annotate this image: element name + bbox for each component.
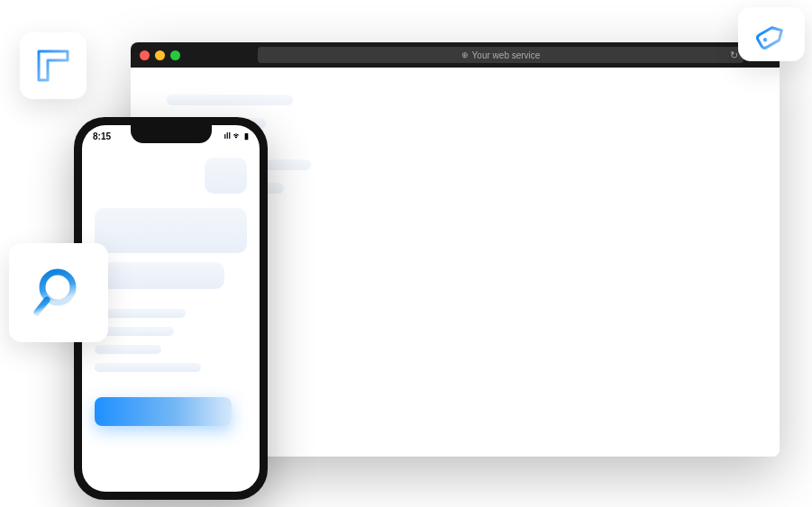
address-bar[interactable]: ⊕ Your web service ↻ — [258, 47, 744, 63]
wifi-icon: ᯤ — [233, 131, 242, 140]
svg-line-7 — [37, 300, 47, 312]
placeholder-line — [95, 345, 161, 354]
phone-content — [82, 125, 260, 439]
tag-icon — [752, 18, 791, 50]
maximize-icon[interactable] — [170, 50, 180, 60]
tag-icon-card — [738, 7, 805, 61]
refresh-icon[interactable]: ↻ — [730, 50, 738, 61]
globe-icon: ⊕ — [461, 50, 469, 59]
placeholder-line — [95, 363, 201, 372]
address-text: Your web service — [472, 50, 541, 60]
signal-icon: ıll — [224, 131, 231, 140]
placeholder-line — [95, 309, 186, 318]
primary-button[interactable] — [95, 397, 232, 426]
svg-point-5 — [762, 37, 768, 42]
close-icon[interactable] — [140, 50, 150, 60]
placeholder-line — [167, 95, 293, 105]
search-icon — [27, 261, 90, 324]
minimize-icon[interactable] — [155, 50, 165, 60]
content-thumbnail — [205, 158, 247, 194]
browser-titlebar: ⊕ Your web service ↻ ⤢ — [131, 42, 780, 68]
search-icon-card — [9, 243, 108, 342]
content-card — [95, 262, 224, 289]
phone-screen: 8:15 ıll ᯤ ▮ — [82, 125, 260, 492]
ruler-icon — [33, 46, 73, 86]
phone-time: 8:15 — [93, 131, 111, 141]
ruler-icon-card — [20, 32, 87, 99]
battery-icon: ▮ — [244, 131, 249, 140]
phone-notch — [131, 125, 212, 143]
content-card — [95, 208, 247, 253]
status-icons: ıll ᯤ ▮ — [224, 131, 249, 140]
